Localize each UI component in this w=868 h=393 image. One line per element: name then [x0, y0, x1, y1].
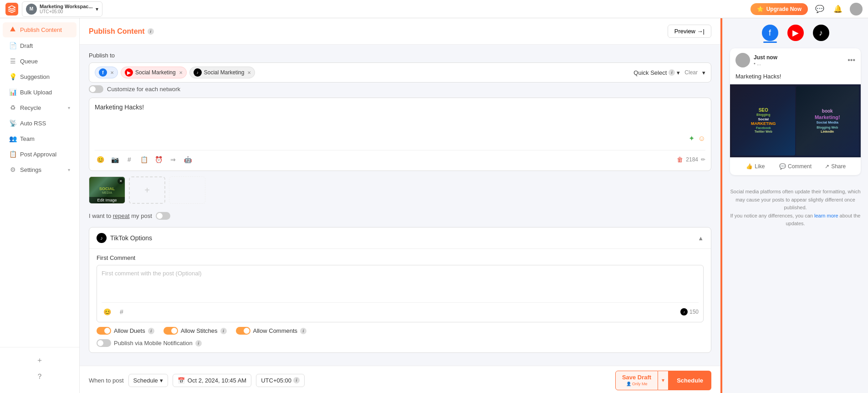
editor-body: Publish to f ✕ ▶ Social Marketing ✕	[80, 45, 720, 366]
hashtag-icon[interactable]: #	[124, 154, 135, 165]
comment-hashtag-icon[interactable]: #	[116, 306, 127, 317]
channel-chip-tk[interactable]: ♪ Social Marketing ✕	[189, 67, 255, 78]
workspace-selector[interactable]: M Marketing Workspac... UTC+05:00 ▾	[22, 1, 102, 17]
preview-tab-tiktok[interactable]: ♪	[813, 25, 829, 41]
save-schedule-group: Save Draft 👤 Only Me ▾ Schedule	[615, 371, 711, 390]
first-comment-label: First Comment	[97, 254, 704, 261]
schedule-date-picker[interactable]: 📅 Oct 2, 2024, 10:45 AM	[173, 374, 251, 387]
char-edit-icon[interactable]: ✏	[701, 156, 705, 163]
preview-comment-button[interactable]: 💬 Comment	[776, 161, 816, 171]
notifications-icon[interactable]: 🔔	[832, 3, 844, 16]
sidebar-bottom: ＋ ？	[0, 347, 79, 389]
sidebar-item-team[interactable]: 👥 Team	[3, 131, 77, 146]
settings-expand-icon: ▾	[68, 167, 70, 172]
preview-tab-facebook[interactable]: f	[762, 25, 778, 41]
channel-chip-yt[interactable]: ▶ Social Marketing ✕	[121, 67, 187, 78]
char-count: 🗑 2184 ✏	[677, 156, 705, 163]
allow-stitches-info-icon[interactable]: i	[220, 328, 227, 334]
sidebar-item-draft[interactable]: 📄 Draft	[3, 38, 77, 53]
timezone-selector[interactable]: UTC+05:00 i	[256, 374, 305, 387]
sidebar-item-approval[interactable]: 📋 Post Approval	[3, 147, 77, 161]
add-icon[interactable]: ＋	[32, 353, 47, 367]
tiktok-logo-icon: ♪	[97, 233, 107, 243]
upgrade-button[interactable]: ⭐ Upgrade Now	[751, 3, 808, 15]
preview-share-button[interactable]: ↗ Share	[815, 161, 855, 171]
tk-chip-close[interactable]: ✕	[247, 70, 251, 75]
yt-chip-close[interactable]: ✕	[179, 70, 183, 75]
preview-more-options-icon[interactable]: •••	[848, 56, 855, 64]
sidebar-item-rss[interactable]: 📡 Auto RSS	[3, 116, 77, 130]
allow-comments-info-icon[interactable]: i	[300, 328, 306, 334]
tiktok-options-header[interactable]: ♪ TikTok Options ▲	[89, 228, 711, 249]
preview-button[interactable]: Preview →|	[668, 25, 711, 38]
photo-icon[interactable]: 📷	[109, 154, 120, 165]
tiktok-collapse-icon[interactable]: ▲	[698, 235, 704, 242]
editor-header: Publish Content i Preview →|	[80, 18, 720, 45]
image-slot-empty	[169, 176, 205, 204]
channel-chip-fb[interactable]: f ✕	[95, 67, 118, 78]
content-area: Publish Content i Preview →| Publish to …	[80, 18, 868, 393]
learn-more-link[interactable]: learn more	[814, 213, 838, 218]
repeat-toggle[interactable]	[156, 212, 170, 220]
fb-chip-close[interactable]: ✕	[110, 70, 114, 75]
sidebar-item-settings[interactable]: ⚙ Settings ▾	[3, 162, 77, 177]
draft-icon: 📄	[9, 42, 16, 49]
sidebar-item-recycle[interactable]: ♻ Recycle ▾	[3, 100, 77, 115]
preview-panel: f ▶ ♪ Just now • ... ••• Marketing Hacks…	[722, 18, 868, 393]
yt-chip-icon: ▶	[125, 68, 133, 77]
schedule-type-select[interactable]: Schedule ▾	[128, 374, 168, 387]
settings-icon: ⚙	[9, 166, 16, 173]
image-edit-label[interactable]: Edit Image	[89, 197, 125, 203]
mobile-notify-toggle[interactable]	[97, 339, 111, 347]
expand-channels-icon[interactable]: ▾	[702, 69, 705, 76]
sidebar-item-queue[interactable]: ☰ Queue	[3, 54, 77, 68]
quick-select-button[interactable]: Quick Select i ▾	[633, 69, 680, 76]
image-remove-icon[interactable]: ✕	[117, 178, 124, 184]
calendar-icon: 📅	[178, 377, 185, 384]
emoji-icon[interactable]: 😊	[95, 154, 106, 165]
allow-comments-toggle[interactable]	[236, 327, 250, 335]
help-icon[interactable]: ？	[32, 369, 47, 384]
sidebar-item-bulk[interactable]: 📊 Bulk Upload	[3, 85, 77, 99]
team-icon: 👥	[9, 135, 16, 142]
add-image-button[interactable]: +	[129, 176, 165, 204]
first-comment-wrap: 😊 # ♪ 150	[97, 265, 704, 322]
post-textarea[interactable]: Marketing Hacks!	[95, 103, 705, 131]
link-icon[interactable]: ⇒	[168, 154, 179, 165]
preview-note: Social media platforms often update thei…	[723, 182, 868, 233]
template-icon[interactable]: 📋	[138, 154, 149, 165]
publish-to-label: Publish to	[89, 52, 711, 59]
allow-duets-toggle[interactable]	[97, 327, 111, 335]
allow-stitches-knob	[171, 328, 177, 334]
sidebar-item-suggestion[interactable]: 💡 Suggestion	[3, 69, 77, 84]
clear-button[interactable]: Clear	[684, 69, 698, 76]
editor-title-info-icon[interactable]: i	[148, 28, 154, 35]
customize-toggle[interactable]	[89, 85, 103, 93]
tz-info-icon[interactable]: i	[293, 377, 300, 383]
first-comment-textarea[interactable]	[102, 270, 699, 297]
allow-stitches-toggle[interactable]	[163, 327, 178, 335]
image-thumb-1[interactable]: SOCIAL MEDIA ✕ Edit Image	[89, 176, 125, 204]
schedule-icon[interactable]: ⏰	[153, 154, 164, 165]
ai-write-icon[interactable]: ✦	[689, 134, 694, 143]
schedule-button[interactable]: Schedule	[669, 371, 711, 390]
robot-icon[interactable]: 🤖	[182, 154, 193, 165]
allow-duets-info-icon[interactable]: i	[148, 328, 154, 334]
sidebar-item-publish[interactable]: Publish Content	[3, 22, 77, 37]
preview-like-button[interactable]: 👍 Like	[735, 161, 776, 171]
messages-icon[interactable]: 💬	[813, 3, 826, 16]
tiktok-options-title: TikTok Options	[110, 234, 152, 242]
preview-tab-youtube[interactable]: ▶	[787, 25, 804, 41]
ai-enhance-icon[interactable]: ☺	[698, 134, 705, 143]
save-draft-button[interactable]: Save Draft 👤 Only Me	[615, 371, 658, 390]
app-logo	[5, 3, 18, 16]
mobile-notify-row: Publish via Mobile Notification i	[97, 339, 704, 347]
recycle-expand-icon: ▾	[68, 105, 70, 110]
user-avatar[interactable]	[850, 3, 863, 16]
save-draft-dropdown-button[interactable]: ▾	[658, 371, 669, 390]
suggestion-icon: 💡	[9, 73, 16, 80]
mobile-notify-info-icon[interactable]: i	[195, 340, 202, 346]
workspace-info: Marketing Workspac... UTC+05:00	[40, 4, 93, 14]
comment-emoji-icon[interactable]: 😊	[102, 306, 112, 317]
schedule-right-actions: Save Draft 👤 Only Me ▾ Schedule	[615, 371, 711, 390]
